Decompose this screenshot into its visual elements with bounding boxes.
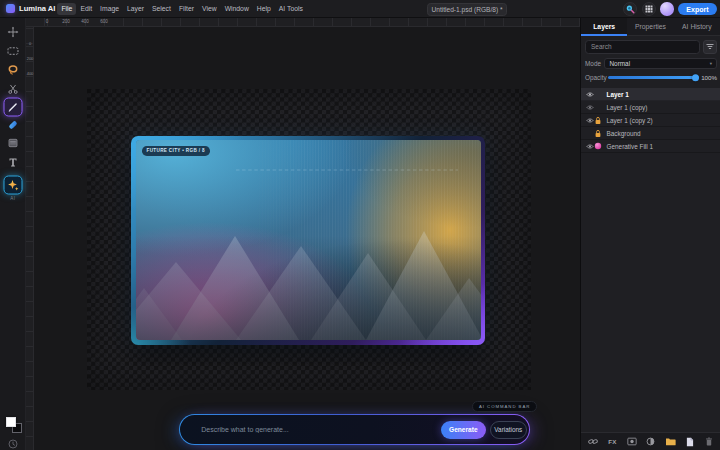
chevron-down-icon: ▾ [710,61,712,66]
generate-prompt-input[interactable] [201,426,441,433]
eye-icon [586,117,594,124]
brush-tool-button[interactable] [3,98,22,117]
move-icon [7,27,18,38]
layer-name: Layer 1 (copy) [604,104,648,111]
lasso-tool-button[interactable] [7,65,18,76]
visibility-toggle[interactable] [586,117,595,124]
layer-search-row [581,40,720,54]
menu-edit[interactable]: Edit [76,3,96,15]
canvas-area: 0 200 400 600 0 200 400 [26,18,580,450]
layer-search-input[interactable] [585,40,700,54]
vertical-ruler: 0 200 400 [26,27,34,450]
ai-command-bar: Generate Variations [179,414,530,445]
menu-file[interactable]: File [57,3,76,15]
menu-list: File Edit Image Layer Select Filter View… [57,3,306,15]
type-tool-button[interactable] [8,157,18,167]
brush-tool-active-box [3,98,22,117]
layer-row[interactable]: Background [581,127,720,140]
variations-button[interactable]: Variations [490,421,527,439]
menu-filter[interactable]: Filter [175,3,198,15]
menu-layer[interactable]: Layer [123,3,148,15]
hruler-label: 0 [46,19,49,24]
lock-icon [594,129,602,138]
layers-panel-footer: FX [581,432,720,450]
menu-select[interactable]: Select [148,3,175,15]
ai-search-button[interactable] [623,2,637,16]
new-layer-icon [686,437,694,447]
layer-name: Generative Fill 1 [604,143,654,150]
app-title: Lumina AI [19,4,55,13]
search-icon [625,4,635,14]
document-tab[interactable]: Untitled-1.psd (RGB/8) * [427,3,507,16]
menu-view[interactable]: View [198,3,221,15]
layer-name: Layer 1 [604,91,629,98]
menu-image[interactable]: Image [96,3,123,15]
layer-row[interactable]: Layer 1 (copy 2) [581,114,720,127]
mode-label: Mode [585,60,604,67]
type-icon [8,157,18,167]
vruler-label: 200 [26,56,34,61]
artwork-title-badge: FUTURE CITY • RGB / 8 [142,146,210,156]
history-button[interactable] [8,435,18,445]
marquee-tool-button[interactable] [7,46,19,56]
tab-ai-history[interactable]: AI History [674,18,720,35]
opacity-slider-thumb[interactable] [692,74,700,82]
eye-icon [586,143,594,150]
scissors-tool-button[interactable] [7,83,18,94]
delete-layer-button[interactable] [703,437,715,446]
lasso-icon [7,65,18,76]
visibility-toggle[interactable] [586,143,595,150]
opacity-value: 100% [699,74,717,81]
generate-button[interactable]: Generate [441,421,486,439]
move-tool-button[interactable] [7,27,18,38]
new-layer-button[interactable] [684,437,696,447]
app-window: Lumina AI File Edit Image Layer Select F… [0,0,720,450]
visibility-toggle[interactable] [586,104,595,111]
user-avatar[interactable] [660,2,674,16]
ai-generate-tool-button[interactable] [3,176,22,195]
menu-ai-tools[interactable]: AI Tools [275,3,307,15]
layer-badge-slot [594,116,604,125]
layer-filter-button[interactable] [703,40,717,54]
adjustment-layer-button[interactable] [645,437,657,446]
artwork-frame[interactable]: FUTURE CITY • RGB / 8 [131,136,485,345]
layer-badge-slot [594,129,604,138]
apps-grid-button[interactable] [642,2,656,16]
link-layers-button[interactable] [587,437,599,446]
menu-window[interactable]: Window [221,3,253,15]
grid-icon [645,5,653,13]
layer-row[interactable]: Layer 1 [581,88,720,101]
add-mask-button[interactable] [626,437,638,446]
new-group-button[interactable] [664,437,676,446]
vruler-label: 0 [26,41,34,46]
gradient-icon [8,138,18,148]
gradient-tool-button[interactable] [8,138,18,148]
layer-row[interactable]: Generative Fill 1 [581,140,720,153]
layers-panel: Layers Properties AI History Mode Normal… [580,18,720,450]
opacity-slider[interactable] [608,73,699,82]
hruler-label: 400 [81,19,89,24]
tab-layers[interactable]: Layers [581,18,627,35]
app-logo-icon [6,4,15,13]
blend-mode-dropdown[interactable]: Normal ▾ [604,58,718,70]
brush-icon [7,101,19,113]
ai-tool-active-box [3,176,22,195]
opacity-slider-track [608,76,699,80]
eye-icon [586,104,594,111]
layer-name: Layer 1 (copy 2) [604,117,653,124]
export-button[interactable]: Export [678,3,716,16]
menu-bar: Lumina AI File Edit Image Layer Select F… [0,0,720,18]
foreground-color-swatch[interactable] [6,417,16,427]
menu-help[interactable]: Help [253,3,275,15]
layer-name: Background [604,130,641,137]
eraser-tool-button[interactable] [7,119,19,131]
opacity-label: Opacity [585,74,608,81]
app-brand: Lumina AI [0,4,55,13]
folder-icon [665,437,676,446]
visibility-toggle[interactable] [586,91,595,98]
tab-properties[interactable]: Properties [627,18,673,35]
trash-icon [705,437,713,446]
filter-icon [706,43,714,50]
layer-effects-button[interactable]: FX [606,438,618,445]
layer-row[interactable]: Layer 1 (copy) [581,101,720,114]
